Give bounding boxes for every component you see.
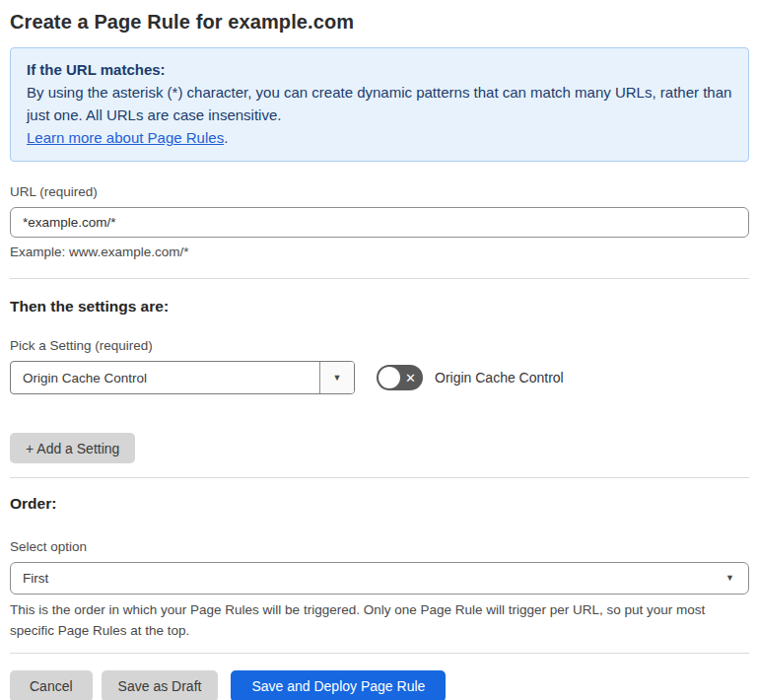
info-box-body: By using the asterisk (*) character, you…: [27, 81, 732, 126]
order-select-label: Select option: [10, 538, 749, 556]
toggle-label: Origin Cache Control: [435, 370, 564, 385]
footer-actions: Cancel Save as Draft Save and Deploy Pag…: [10, 670, 749, 700]
info-box-link-line: Learn more about Page Rules.: [27, 126, 732, 149]
settings-section-heading: Then the settings are:: [10, 297, 749, 316]
add-setting-button[interactable]: + Add a Setting: [10, 433, 135, 463]
order-section-heading: Order:: [10, 494, 749, 514]
order-help-text: This is the order in which your Page Rul…: [10, 599, 744, 641]
url-example-text: Example: www.example.com/*: [10, 244, 749, 261]
setting-row: Origin Cache Control ▼ ✕ Origin Cache Co…: [10, 361, 749, 394]
cancel-button[interactable]: Cancel: [10, 670, 93, 700]
pick-setting-label: Pick a Setting (required): [10, 337, 749, 355]
link-suffix: .: [224, 129, 228, 146]
setting-select-caret-button[interactable]: ▼: [319, 362, 354, 393]
chevron-down-icon: ▼: [725, 574, 734, 583]
url-match-info-box: If the URL matches: By using the asteris…: [10, 47, 749, 162]
divider: [10, 653, 749, 654]
divider: [10, 477, 749, 478]
url-input[interactable]: [10, 207, 749, 238]
learn-more-link[interactable]: Learn more about Page Rules: [27, 129, 224, 146]
setting-select-value: Origin Cache Control: [11, 362, 319, 393]
order-select-value: First: [23, 571, 725, 586]
save-as-draft-button[interactable]: Save as Draft: [102, 670, 219, 700]
origin-cache-control-toggle[interactable]: ✕: [377, 365, 423, 390]
info-box-heading: If the URL matches:: [27, 58, 732, 81]
url-field-label: URL (required): [10, 183, 749, 201]
toggle-knob: [379, 367, 400, 388]
toggle-off-x-icon: ✕: [405, 372, 416, 385]
order-select[interactable]: First ▼: [10, 562, 749, 595]
chevron-down-icon: ▼: [333, 374, 342, 383]
divider: [10, 278, 749, 279]
setting-select[interactable]: Origin Cache Control ▼: [10, 361, 355, 394]
save-and-deploy-button[interactable]: Save and Deploy Page Rule: [231, 670, 446, 700]
page-title: Create a Page Rule for example.com: [10, 8, 749, 35]
